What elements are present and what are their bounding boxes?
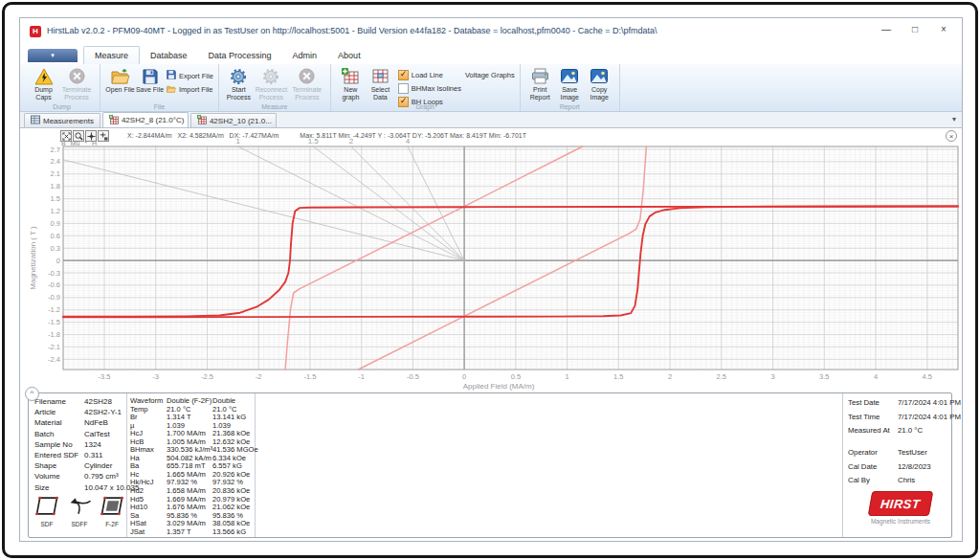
result-row: JSat1.357 T13.566 kG [130,527,253,536]
result-row-cell: 12.632 kOe [212,437,253,446]
sample-row: Article42SH2-Y-1 [34,408,124,418]
terminate-process-button[interactable]: Terminate Process [58,66,95,101]
sample-row: Volume0.795 cm³ [34,472,124,482]
checkbox-load-line[interactable]: Load Line [398,70,461,80]
shape-sdf-button[interactable]: SDF [33,495,61,527]
sample-row-cell: 0.795 cm³ [84,472,124,482]
ribbon-tab-database[interactable]: Database [140,47,198,64]
sample-row-cell: 42SH28 [84,397,124,408]
minimize-button[interactable]: — [872,21,901,38]
result-row: Ha504.082 kA/m6.334 kOe [130,454,253,462]
start-process-button[interactable]: Start Process [224,66,254,101]
y-tick-label: 1.5 [51,194,60,203]
voltage-graphs-button[interactable]: Voltage Graphs [465,66,515,79]
document-tab-42sh2-8-21-0-c[interactable]: 42SH2_8 (21.0°C)× [102,112,189,127]
ribbon-tab-about[interactable]: About [327,47,371,64]
group-label-graph: Graph [331,103,520,110]
y-tick-label: -0.3 [48,269,60,278]
y-tick-label: -1.2 [48,305,60,314]
dump-caps-button[interactable]: Dump Caps [29,66,58,101]
document-tab-42sh2-10-21-0[interactable]: 42SH2_10 (21.0... [190,113,277,127]
y-axis-label: Magnetization ( T ) [29,226,37,290]
y-tick-label: 0.6 [51,232,60,240]
test-row-cell: 7/17/2024 4:01 PM [898,398,961,413]
result-row-cell: 1.039 [167,421,212,430]
y-tick-label: 2.7 [51,146,60,154]
select-data-button[interactable]: Select Data [366,66,395,101]
file-small-buttons: Export File Import File [167,66,213,95]
ribbon-tab-measure[interactable]: Measure [83,46,140,64]
test-info-table: Test Date7/17/2024 4:01 PMTest Time7/17/… [848,398,947,440]
cal-row-cell: TestUser [898,448,927,462]
result-row: Hc1.665 MA/m20.926 kOe [130,470,253,479]
document-tab-measurements[interactable]: Measurements [24,113,100,127]
divider [255,393,256,537]
close-tab-icon[interactable]: × [188,116,189,124]
maximize-button[interactable]: □ [901,21,929,38]
chevron-down-icon[interactable]: ▾ [952,115,956,123]
cal-row: Cal ByChris [848,476,947,490]
y-tick-label: -0.6 [48,280,60,289]
ribbon-group-dump: Dump Caps Terminate Process Dump [24,64,100,111]
y-tick-label: 0.3 [51,244,60,253]
ribbon-tab-admin[interactable]: Admin [282,47,328,64]
result-row-cell: 1.314 T [167,413,212,421]
warning-icon [34,67,54,85]
y-tick-label: -2.1 [48,343,60,351]
result-row-cell: 3.029 MA/m [167,519,212,527]
result-row: Hk/HcJ97.932 %97.932 % [130,478,253,486]
window-title: HirstLab v2.0.2 - PFM09-40MT - Logged in… [47,26,657,35]
shape-f-2f-button[interactable]: F-2F [98,495,126,527]
ribbon-tab-data-processing[interactable]: Data Processing [198,47,282,64]
result-row-cell: JSat [130,527,167,536]
x-tick-label: 1.5 [613,372,623,381]
copy-image-button[interactable]: Copy Image [585,66,614,101]
result-row-cell: Double (F-2F) [167,396,212,405]
result-row-cell: 1.658 MA/m [167,486,212,495]
app-window: H HirstLab v2.0.2 - PFM09-40MT - Logged … [19,17,963,542]
parallelogram-filled-icon [98,495,126,521]
terminate-process-label: Terminate Process [58,86,95,101]
copy-image-label: Copy Image [585,86,614,101]
open-folder-icon [111,67,130,85]
group-label-report: Report [521,103,619,110]
save-image-label: Save Image [555,86,585,101]
bh-loop-chart[interactable]: 11.524-3.5-3-2.5-2-1.5-1-0.500.511.522.5… [20,138,962,391]
reconnect-process-button[interactable]: Reconnect Process [254,66,289,101]
result-row-cell: Hc [130,470,167,479]
result-row-cell: 20.979 kOe [212,495,253,504]
open-file-button[interactable]: Open File [105,66,135,94]
terminate-measure-button[interactable]: Terminate Process [289,66,325,101]
new-graph-button[interactable]: New graph [336,66,366,101]
ribbon-tab-row: ▾ MeasureDatabaseData ProcessingAdminAbo… [20,45,962,64]
app-icon: H [30,26,41,37]
result-row-cell: 6.334 kOe [212,454,253,462]
result-row-cell: 330.536 kJ/m³ [167,445,212,454]
cal-row-cell: Cal By [848,476,898,490]
x-tick-label: -1 [358,372,365,381]
shape-sdff-button[interactable]: SDFF [65,495,94,527]
y-tick-label: -1.8 [48,330,60,339]
print-report-label: Print Report [525,86,555,101]
result-row-cell: µ [130,421,167,430]
load-line-label: 1 [235,138,240,146]
start-process-label: Start Process [224,86,254,101]
test-row-cell: Test Time [848,413,898,427]
import-file-button[interactable]: Import File [167,84,213,95]
result-row: Hd101.676 MA/m21.062 kOe [130,503,253,511]
close-button[interactable]: × [929,21,958,38]
app-menu-button[interactable]: ▾ [28,49,78,62]
print-report-button[interactable]: Print Report [525,66,555,101]
result-row: Ba655.718 mT6.557 kG [130,461,253,470]
select-data-icon [372,67,389,85]
checkbox-bhmax-isolines[interactable]: BHMax Isolines [398,83,461,94]
sample-row-cell: Material [34,418,84,429]
sample-info-table: Filename42SH28Article42SH2-Y-1MaterialNd… [34,397,124,494]
result-row: HcB1.005 MA/m12.632 kOe [130,437,253,446]
save-file-button[interactable]: Save File [135,66,165,94]
export-file-label: Export File [179,72,213,80]
export-file-button[interactable]: Export File [167,70,213,81]
collapse-panel-icon[interactable]: ^ [25,387,39,401]
sample-row-cell: Cylinder [84,461,124,472]
save-image-button[interactable]: Save Image [555,66,585,101]
